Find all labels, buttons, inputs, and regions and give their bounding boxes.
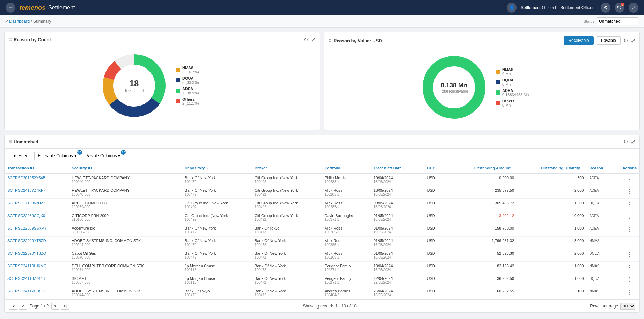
table-controls: ↻ ⤢ bbox=[623, 138, 635, 145]
col-reason[interactable]: Reason ↕ bbox=[586, 163, 620, 173]
trade-date: 16/05/2024 bbox=[374, 188, 393, 193]
legend-item: Others0 Mn bbox=[496, 99, 545, 107]
cell-actions: ⋮ bbox=[620, 274, 639, 287]
cell-tx-id: SCTRSC1710362HZX bbox=[5, 199, 69, 211]
last-page-button[interactable]: >| bbox=[61, 303, 69, 310]
reason-badge: ADEA bbox=[589, 226, 599, 230]
cell-broker: Bank Of New York 100472 bbox=[252, 274, 322, 287]
table-refresh[interactable]: ↻ bbox=[623, 138, 628, 145]
legend-label: DQUA0 Mn bbox=[502, 78, 513, 86]
breadcrumb-dashboard[interactable]: Dashboard bbox=[9, 19, 30, 24]
page-controls: |< < Page 1 / 2 > >| bbox=[9, 303, 69, 310]
table-row: SCTRSC22089CGjX0 CITICORP FRN 2009 21010… bbox=[5, 211, 639, 224]
broker-id: 100492 bbox=[255, 218, 319, 222]
cell-amount: 82,133.42 bbox=[449, 262, 517, 274]
tab-receivable[interactable]: Receivable bbox=[564, 36, 593, 45]
cell-tx-id: SCTRSC22090YT8ZQ bbox=[5, 249, 69, 262]
security-id: 100040-000 bbox=[72, 180, 179, 184]
cell-dates: 19/04/2024 16/05/2024 bbox=[371, 262, 424, 274]
cell-amount: 158,780.00 bbox=[449, 224, 517, 237]
row-actions-button[interactable]: ⋮ bbox=[627, 277, 632, 283]
status-select[interactable]: Unmatched bbox=[597, 17, 638, 25]
amount-value: 235,377.50 bbox=[495, 188, 514, 193]
filter-button[interactable]: ▼ Filter bbox=[9, 152, 31, 160]
tx-id-link[interactable]: SCTRSC24117PH8Q2 bbox=[7, 289, 66, 293]
tab-payable[interactable]: Payable bbox=[597, 36, 621, 45]
cell-reason: DQUA bbox=[586, 274, 620, 287]
port-id: 100285-1 bbox=[324, 205, 368, 209]
menu-icon[interactable]: ☰ bbox=[6, 3, 15, 13]
cell-tx-id: SCTRSC22090YT8ZD bbox=[5, 237, 69, 249]
profile-icon[interactable]: 👤 bbox=[507, 3, 517, 13]
dep-id: 100115 bbox=[185, 281, 249, 284]
settings-icon[interactable]: ⚙ bbox=[601, 3, 610, 13]
sett-date: 16/05/2024 bbox=[374, 193, 422, 196]
security-id: 100059-000 bbox=[72, 205, 179, 209]
row-actions-button[interactable]: ⋮ bbox=[627, 252, 632, 258]
table-row: SCTRSC22090YT8ZD ADOBE SYSTEMS INC. COMM… bbox=[5, 237, 639, 249]
row-actions-button[interactable]: ⋮ bbox=[627, 239, 632, 245]
cell-dates: 01/05/2024 16/05/2024 bbox=[371, 249, 424, 262]
tx-id-link[interactable]: SCTRSC1710362HZX bbox=[7, 201, 66, 205]
tx-id-link[interactable]: SCTRSC24110LJKMQ bbox=[7, 264, 66, 268]
cell-reason: ADEA bbox=[586, 186, 620, 199]
col-portfolio[interactable]: Portfolio ↕ bbox=[322, 163, 371, 173]
table-row: SCTRSC1710362HZX APPLE COMPUTER 100059-0… bbox=[5, 199, 639, 211]
cell-ccy: USD bbox=[424, 249, 449, 262]
tx-id-link[interactable]: SCTRSC24137Z7KF7 bbox=[7, 188, 66, 193]
cell-ccy: USD bbox=[424, 262, 449, 274]
table-header: Unmatched ↻ ⤢ bbox=[5, 135, 639, 149]
first-page-button[interactable]: |< bbox=[9, 303, 17, 310]
tx-id-link[interactable]: SCTRSC201052Y54B bbox=[7, 176, 66, 180]
broker-name: Citi Group Inc. (New York bbox=[255, 201, 298, 205]
col-depository[interactable]: Depository ↕ bbox=[182, 163, 252, 173]
row-actions-button[interactable]: ⋮ bbox=[627, 189, 632, 195]
cell-tx-id: SCTRSC22089SSXPY bbox=[5, 224, 69, 237]
chart-value-refresh[interactable]: ↻ bbox=[623, 37, 628, 44]
cell-tx-id: SCTRSC24113Z7443 bbox=[5, 274, 69, 287]
header-brand: temenos Settlement bbox=[20, 4, 75, 12]
col-ccy[interactable]: CCY ↕ bbox=[424, 163, 449, 173]
col-date[interactable]: Trade/Sett Date ↕ bbox=[371, 163, 424, 173]
tx-id-link[interactable]: SCTRSC22089SSXPY bbox=[7, 226, 66, 230]
col-amount[interactable]: Outstanding Amount ↕ bbox=[449, 163, 517, 173]
col-broker[interactable]: Broker ↕ bbox=[252, 163, 322, 173]
main-content: Reason by Count ↻ ⤢ bbox=[0, 28, 644, 317]
shield-icon[interactable]: 🛡 1 bbox=[615, 3, 624, 13]
chart-value-expand[interactable]: ⤢ bbox=[631, 37, 635, 44]
sett-date: 16/05/2024 bbox=[374, 243, 422, 247]
amount-value: 36,202.50 bbox=[497, 276, 514, 281]
prev-page-button[interactable]: < bbox=[19, 303, 27, 310]
row-actions-button[interactable]: ⋮ bbox=[627, 226, 632, 232]
row-actions-button[interactable]: ⋮ bbox=[627, 264, 632, 270]
broker-id: 100492 bbox=[255, 205, 319, 209]
chart-value-controls: Receivable Payable ↻ ⤢ bbox=[564, 36, 635, 45]
rows-per-page-select[interactable]: 10 25 50 bbox=[620, 303, 635, 310]
tx-id-link[interactable]: SCTRSC22090YT8ZQ bbox=[7, 251, 66, 255]
col-tx-id[interactable]: Transaction ID ↕ bbox=[5, 163, 69, 173]
visible-columns-button[interactable]: Visible Columns ▾ 10 bbox=[83, 152, 124, 160]
row-actions-button[interactable]: ⋮ bbox=[627, 289, 632, 295]
row-actions-button[interactable]: ⋮ bbox=[627, 176, 632, 182]
cell-security: HEWLETT-PACKARD COMPANY 100040-000 bbox=[69, 173, 182, 186]
tx-id-link[interactable]: SCTRSC22089CGjX0 bbox=[7, 213, 66, 218]
row-actions-button[interactable]: ⋮ bbox=[627, 214, 632, 220]
tx-id-link[interactable]: SCTRSC24113Z7443 bbox=[7, 276, 66, 281]
next-page-button[interactable]: > bbox=[51, 303, 59, 310]
header-icons: 👤 Settlement Officer1 - Settlement Offic… bbox=[507, 3, 638, 13]
legend-color bbox=[496, 101, 500, 105]
col-security[interactable]: Security ID ↕ bbox=[69, 163, 182, 173]
port-id: 100271-1 bbox=[324, 281, 368, 284]
tx-id-link[interactable]: SCTRSC22090YT8ZD bbox=[7, 239, 66, 243]
broker-id: 100472 bbox=[255, 293, 319, 297]
chart-count-expand[interactable]: ⤢ bbox=[311, 36, 315, 43]
col-qty[interactable]: Outstanding Quantity ↕ bbox=[517, 163, 586, 173]
trade-date: 22/04/2024 bbox=[374, 276, 393, 281]
breadcrumb: < Dashboard / Summary bbox=[6, 19, 51, 24]
chart-count-refresh[interactable]: ↻ bbox=[303, 36, 308, 43]
logout-icon[interactable]: ↗ bbox=[629, 3, 638, 13]
row-actions-button[interactable]: ⋮ bbox=[627, 201, 632, 207]
filterable-columns-button[interactable]: Filterable Columns ▾ 10 bbox=[34, 152, 80, 160]
table-expand[interactable]: ⤢ bbox=[631, 138, 635, 145]
chart-count-card: Reason by Count ↻ ⤢ bbox=[4, 32, 320, 130]
